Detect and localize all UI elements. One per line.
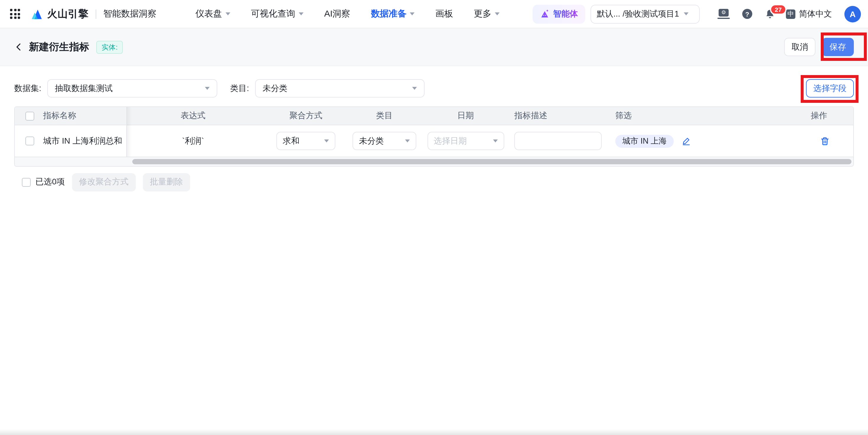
chevron-down-icon	[493, 140, 497, 142]
notification-count-badge: 27	[770, 4, 786, 14]
row-cell-checkbox	[15, 137, 36, 145]
delete-row-button[interactable]	[820, 136, 830, 146]
chevron-down-icon	[225, 12, 230, 16]
header-cell-category: 类目	[352, 111, 417, 121]
batch-select-checkbox[interactable]	[22, 178, 31, 186]
top-nav: 火山引擎 智能数据洞察 仪表盘 可视化查询 AI洞察 数据准备 画板	[0, 0, 868, 28]
chevron-down-icon	[410, 12, 414, 16]
primary-nav: 仪表盘 可视化查询 AI洞察 数据准备 画板 更多	[195, 8, 520, 20]
scrollbar-thumb[interactable]	[132, 159, 851, 164]
row-checkbox[interactable]	[25, 137, 34, 145]
header-cell-checkbox	[15, 111, 36, 120]
language-label: 简体中文	[799, 8, 832, 19]
window-bottom-edge	[0, 429, 868, 435]
edit-filter-button[interactable]	[682, 137, 690, 145]
header-cell-aggregation: 聚合方式	[260, 111, 352, 121]
chevron-left-icon	[14, 42, 23, 51]
nav-item-more[interactable]: 更多	[473, 8, 500, 20]
aggregation-select[interactable]: 求和	[276, 132, 335, 150]
app-window: 火山引擎 智能数据洞察 仪表盘 可视化查询 AI洞察 数据准备 画板	[0, 0, 868, 435]
row-cell-date: 选择日期	[417, 132, 514, 150]
project-selector[interactable]: 默认... /验收测试项目1	[590, 4, 700, 23]
avatar[interactable]: A	[844, 6, 861, 22]
header-cell-description: 指标描述	[514, 111, 606, 121]
console-icon: ⚙	[717, 9, 730, 19]
brand-name: 火山引擎	[47, 7, 89, 21]
table-row: 城市 IN 上海利润总和 `利润` 求和 未分类 选择日期	[15, 125, 853, 157]
category-select-value: 未分类	[263, 83, 287, 94]
back-button[interactable]	[14, 42, 23, 51]
batch-delete-button[interactable]: 批量删除	[143, 173, 190, 191]
row-cell-category: 未分类	[352, 132, 417, 150]
select-all-checkbox[interactable]	[25, 111, 34, 120]
dataset-label: 数据集:	[14, 83, 41, 94]
chevron-down-icon	[684, 12, 688, 16]
chevron-down-icon	[324, 140, 329, 142]
language-icon: 中	[786, 9, 795, 19]
agent-icon	[540, 9, 550, 19]
console-button[interactable]: ⚙	[717, 9, 730, 19]
chevron-down-icon	[495, 12, 500, 16]
help-button[interactable]: ?	[742, 9, 752, 19]
help-icon: ?	[742, 9, 752, 19]
language-switcher[interactable]: 中 简体中文	[786, 8, 832, 19]
table-header-row: 指标名称 表达式 聚合方式 类目 日期 指标描述 筛选 操作	[15, 107, 853, 125]
nav-item-visual-query[interactable]: 可视化查询	[251, 8, 304, 20]
app-grid-icon[interactable]	[10, 9, 20, 19]
page-title: 新建衍生指标	[29, 40, 89, 54]
nav-right-cluster: 智能体 默认... /验收测试项目1 ⚙ ? 27	[533, 4, 861, 23]
row-category-select-value: 未分类	[359, 136, 384, 146]
nav-item-label: 数据准备	[371, 8, 406, 20]
date-picker-placeholder: 选择日期	[434, 136, 467, 146]
category-select[interactable]: 未分类	[255, 79, 425, 97]
header-actions: 取消 保存	[784, 38, 854, 56]
content-area: 数据集: 抽取数据集测试 类目: 未分类 选择字段 指标名称 表达式 聚合方式 …	[0, 79, 868, 191]
trash-icon	[820, 136, 830, 146]
entity-badge: 实体:	[96, 40, 123, 54]
dataset-select-value: 抽取数据集测试	[55, 83, 113, 94]
metric-description-input[interactable]	[514, 132, 602, 150]
date-picker[interactable]: 选择日期	[427, 132, 504, 150]
project-selector-value: 默认... /验收测试项目1	[597, 8, 679, 19]
nav-item-ai-insight[interactable]: AI洞察	[324, 8, 350, 20]
agent-button[interactable]: 智能体	[533, 4, 585, 23]
nav-item-canvas[interactable]: 画板	[435, 8, 453, 20]
metric-expression: `利润`	[126, 136, 260, 146]
selected-count-label: 已选0项	[35, 177, 65, 187]
header-cell-date: 日期	[417, 111, 514, 121]
nav-item-dashboard[interactable]: 仪表盘	[195, 8, 230, 20]
save-button[interactable]: 保存	[822, 38, 854, 56]
agent-label: 智能体	[553, 8, 578, 19]
product-name: 智能数据洞察	[103, 8, 156, 20]
notifications-button[interactable]: 27	[765, 8, 775, 19]
row-cell-operations	[742, 136, 853, 146]
chevron-down-icon	[405, 140, 410, 142]
nav-item-label: 更多	[473, 8, 491, 20]
metrics-table: 指标名称 表达式 聚合方式 类目 日期 指标描述 筛选 操作 城市 IN 上海利…	[14, 106, 854, 167]
nav-item-data-preparation[interactable]: 数据准备	[371, 8, 414, 20]
filters-row: 数据集: 抽取数据集测试 类目: 未分类 选择字段	[14, 79, 854, 97]
brand-divider	[96, 9, 96, 19]
nav-item-label: 画板	[435, 8, 453, 20]
cancel-button[interactable]: 取消	[784, 38, 815, 56]
row-category-select[interactable]: 未分类	[352, 132, 416, 150]
row-cell-description	[514, 132, 606, 150]
row-cell-filter: 城市 IN 上海	[606, 135, 742, 147]
header-cell-filter: 筛选	[606, 111, 742, 121]
header-cell-name: 指标名称	[36, 111, 126, 121]
header-cell-operations: 操作	[742, 111, 853, 121]
header-cell-expression: 表达式	[126, 111, 260, 121]
volcengine-logo-icon	[30, 7, 43, 20]
filter-tag: 城市 IN 上海	[615, 135, 674, 147]
modify-aggregation-button[interactable]: 修改聚合方式	[72, 173, 136, 191]
metric-name: 城市 IN 上海利润总和	[36, 136, 126, 146]
nav-item-label: AI洞察	[324, 8, 350, 20]
select-fields-button[interactable]: 选择字段	[806, 79, 854, 97]
pencil-icon	[682, 137, 690, 145]
nav-item-label: 可视化查询	[251, 8, 295, 20]
row-cell-aggregation: 求和	[260, 132, 352, 150]
category-label: 类目:	[230, 83, 249, 94]
nav-item-label: 仪表盘	[195, 8, 222, 20]
aggregation-select-value: 求和	[283, 136, 299, 146]
dataset-select[interactable]: 抽取数据集测试	[47, 79, 217, 97]
